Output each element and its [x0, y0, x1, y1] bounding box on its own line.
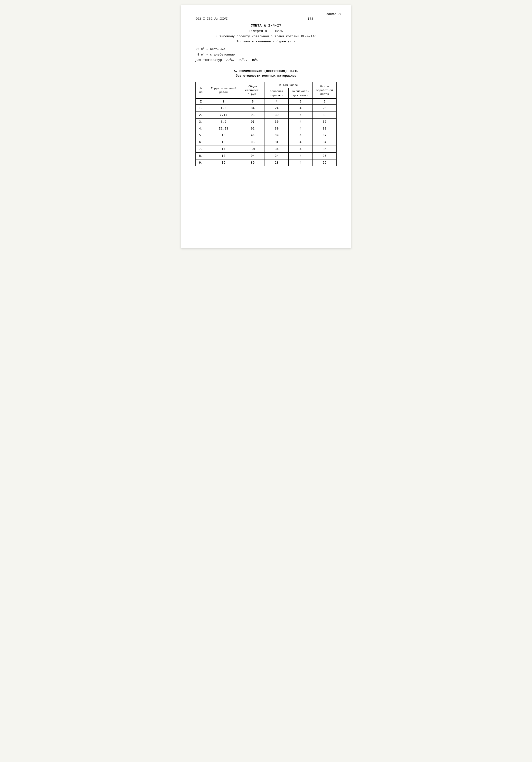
row-exploit: 4 — [289, 159, 312, 166]
row-total: IOI — [241, 146, 265, 152]
index-col1: I — [196, 99, 206, 105]
row-num: 7. — [196, 146, 206, 152]
row-basic: 34 — [265, 146, 289, 152]
row-total: 92 — [241, 125, 265, 132]
table-row: 5.I59430432 — [196, 132, 337, 139]
col-header-including: В том числе — [265, 82, 313, 88]
row-exploit: 4 — [289, 125, 312, 132]
index-col3: 3 — [241, 99, 265, 105]
table-header-row: №пп Территориальныйрайон Общаястоимостьв… — [196, 82, 337, 88]
row-basic: 24 — [265, 105, 289, 112]
table-index-row: I 2 3 4 5 6 — [196, 99, 337, 105]
row-salary: 36 — [312, 146, 336, 152]
row-region: 7,I4 — [206, 112, 241, 118]
table-row: I.I-68424425 — [196, 105, 337, 112]
row-num: 6. — [196, 139, 206, 146]
row-basic: 30 — [265, 132, 289, 139]
row-exploit: 4 — [289, 146, 312, 152]
row-region: I7 — [206, 146, 241, 152]
row-region: I9 — [206, 159, 241, 166]
row-salary: 32 — [312, 112, 336, 118]
row-basic: 28 — [265, 159, 289, 166]
row-num: 5. — [196, 132, 206, 139]
document-page: 15582-27 903-I-I52 Ал.XXVI - I73 - СМЕТА… — [181, 5, 351, 248]
row-total: 93 — [241, 112, 265, 118]
doc-number: 15582-27 — [326, 12, 341, 16]
document-subtitle: Галерея № I. Полы — [195, 29, 337, 33]
row-salary: 32 — [312, 125, 336, 132]
table-row: 3.8,99I30432 — [196, 118, 337, 125]
col-header-num: №пп — [196, 82, 206, 99]
row-region: I2,I3 — [206, 125, 241, 132]
index-col5: 5 — [289, 99, 312, 105]
table-row: 9.I98928429 — [196, 159, 337, 166]
row-region: I8 — [206, 152, 241, 159]
header-dash: - I73 - — [304, 17, 317, 21]
row-region: 8,9 — [206, 118, 241, 125]
row-exploit: 4 — [289, 152, 312, 159]
row-num: 4. — [196, 125, 206, 132]
index-col4: 4 — [265, 99, 289, 105]
row-num: I. — [196, 105, 206, 112]
row-num: 9. — [196, 159, 206, 166]
col-header-exploit: эксплуата-ция машин — [289, 88, 312, 99]
row-num: 2. — [196, 112, 206, 118]
index-col6: 6 — [312, 99, 336, 105]
row-total: 89 — [241, 159, 265, 166]
spec-line-2: 8 м2 – сталебетонные — [195, 52, 337, 57]
row-basic: 24 — [265, 152, 289, 159]
row-salary: 32 — [312, 132, 336, 139]
row-total: 84 — [241, 105, 265, 112]
table-row: 2.7,I49330432 — [196, 112, 337, 118]
table-row: 6.I6983I434 — [196, 139, 337, 146]
row-basic: 30 — [265, 112, 289, 118]
header-left: 903-I-I52 Ал.XXVI — [195, 17, 228, 21]
row-salary: 32 — [312, 118, 336, 125]
row-total: 98 — [241, 139, 265, 146]
row-region: I6 — [206, 139, 241, 146]
table-row: 7.I7IOI34436 — [196, 146, 337, 152]
document-description: К типовому проекту котельной с тремя кот… — [195, 35, 337, 38]
row-region: I5 — [206, 132, 241, 139]
fuel-line: Топливо – каменные и бурые угли — [195, 40, 337, 43]
row-exploit: 4 — [289, 132, 312, 139]
row-num: 3. — [196, 118, 206, 125]
row-basic: 30 — [265, 118, 289, 125]
section-title: А. Неизменяемая (постоянная) часть без с… — [195, 69, 337, 78]
data-table: №пп Территориальныйрайон Общаястоимостьв… — [195, 82, 337, 166]
row-total: 94 — [241, 152, 265, 159]
spec-line-3: Для температур -200С, -300С, -400С — [195, 57, 337, 63]
col-header-region: Территориальныйрайон — [206, 82, 241, 99]
document-title: СМЕТА № I-4-I7 — [195, 24, 337, 28]
row-region: I-6 — [206, 105, 241, 112]
row-num: 8. — [196, 152, 206, 159]
row-basic: 3I — [265, 139, 289, 146]
index-col2: 2 — [206, 99, 241, 105]
row-exploit: 4 — [289, 118, 312, 125]
row-salary: 29 — [312, 159, 336, 166]
row-total: 9I — [241, 118, 265, 125]
spec-line-1: 22 м2 – бетонные — [195, 47, 337, 52]
col-header-salary: Всегозаработнойплаты — [312, 82, 336, 99]
specs-block: 22 м2 – бетонные 8 м2 – сталебетонные Дл… — [195, 47, 337, 63]
row-exploit: 4 — [289, 139, 312, 146]
col-header-basic: основнаязарплата — [265, 88, 289, 99]
row-basic: 30 — [265, 125, 289, 132]
row-salary: 25 — [312, 152, 336, 159]
table-row: 8.I89424425 — [196, 152, 337, 159]
row-salary: 34 — [312, 139, 336, 146]
row-total: 94 — [241, 132, 265, 139]
col-header-total: Общаястоимостьв руб. — [241, 82, 265, 99]
row-salary: 25 — [312, 105, 336, 112]
row-exploit: 4 — [289, 112, 312, 118]
row-exploit: 4 — [289, 105, 312, 112]
table-row: 4.I2,I39230432 — [196, 125, 337, 132]
